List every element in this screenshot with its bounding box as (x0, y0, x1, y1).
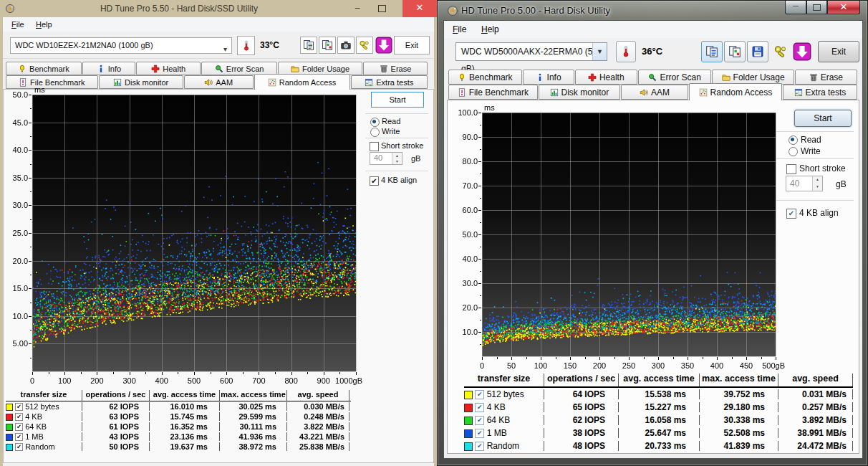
avg-speed-value: 24.472 MB/s (778, 441, 853, 451)
avg-speed-value: 3.822 MB/s (286, 422, 349, 431)
spinner-down-icon[interactable]: ▼ (813, 184, 822, 191)
tab-random-access[interactable]: Random Access (254, 74, 350, 90)
temperature-button[interactable] (237, 36, 255, 55)
menu-file[interactable]: File (9, 17, 27, 32)
temperature-button[interactable] (616, 41, 636, 62)
tab-erase[interactable]: Erase (795, 70, 857, 85)
write-radio[interactable] (370, 128, 380, 137)
separator (776, 200, 854, 201)
avg-access-value: 16.010 ms (149, 402, 219, 411)
short-stroke-checkbox[interactable] (370, 142, 379, 151)
tab-benchmark[interactable]: Benchmark (6, 62, 82, 75)
series-color-swatch (6, 404, 13, 411)
series-checkbox[interactable]: ✔ (475, 442, 484, 451)
series-checkbox[interactable]: ✔ (15, 413, 23, 421)
series-checkbox[interactable]: ✔ (475, 390, 484, 399)
short-stroke-label: Short stroke (799, 163, 846, 173)
thermometer-icon (619, 45, 632, 58)
tab-label: Erase (391, 62, 412, 75)
save-icon (751, 45, 764, 58)
titlebar[interactable]: HD Tune Pro 5.50 - Hard Disk/SSD Utility… (0, 0, 437, 17)
series-checkbox[interactable]: ✔ (15, 403, 23, 411)
drive-selector[interactable]: WDC WD5000AAKX-22ERMA0 (500 gB) ▼ (455, 42, 607, 61)
random-access-chart (450, 92, 786, 371)
tab-info[interactable]: Info (82, 62, 135, 75)
read-label: Read (801, 135, 821, 145)
series-checkbox[interactable]: ✔ (15, 443, 23, 451)
series-color-swatch (464, 391, 473, 399)
copy-image-button[interactable] (319, 37, 336, 54)
menu-file[interactable]: File (450, 21, 469, 38)
start-button[interactable]: Start (794, 110, 852, 127)
tab-extra-tests[interactable]: Extra tests (783, 85, 857, 100)
window-hdtune-550: HD Tune Pro 5.50 - Hard Disk/SSD Utility… (0, 0, 437, 466)
series-checkbox[interactable]: ✔ (475, 403, 484, 412)
short-stroke-checkbox[interactable] (786, 164, 796, 174)
tab-folder-usage[interactable]: Folder Usage (712, 70, 794, 85)
short-stroke-size-spinner[interactable]: 40 ▲▼ (786, 176, 823, 191)
avg-access-value: 16.058 ms (618, 415, 699, 425)
series-checkbox[interactable]: ✔ (475, 429, 484, 438)
spinner-down-icon[interactable]: ▼ (392, 158, 402, 164)
series-checkbox[interactable]: ✔ (475, 416, 484, 425)
stroke-unit-label: gB (411, 154, 420, 163)
spinner-value: 40 (790, 179, 799, 189)
series-checkbox[interactable]: ✔ (15, 423, 23, 431)
close-button[interactable]: ✕ (402, 0, 437, 17)
start-button[interactable]: Start (371, 92, 424, 108)
max-access-value: 30.338 ms (699, 415, 778, 425)
save-button[interactable] (747, 41, 768, 62)
4kb-align-checkbox[interactable] (370, 176, 379, 186)
copy-image-button[interactable] (724, 41, 746, 62)
minimize-button[interactable]: – (347, 0, 368, 17)
close-button[interactable]: ✕ (827, 1, 860, 14)
screenshot-button[interactable] (337, 37, 355, 54)
series-label: 1 MB (25, 432, 44, 441)
col-avg-access: avg. access time (149, 390, 219, 401)
download-icon (793, 42, 811, 61)
tab-info[interactable]: Info (523, 70, 574, 85)
tab-random-access[interactable]: Random Access (689, 83, 782, 100)
tab-health[interactable]: Health (136, 62, 201, 75)
avg-access-value: 16.352 ms (149, 422, 219, 431)
4kb-align-label: 4 KB align (799, 208, 839, 218)
avg-access-value: 23.136 ms (149, 432, 219, 441)
write-radio[interactable] (789, 147, 798, 156)
tab-health[interactable]: Health (575, 70, 637, 85)
extra-tests-icon (365, 78, 373, 87)
series-label: 4 KB (25, 412, 42, 421)
results-table: transfer size operations / sec avg. acce… (6, 390, 351, 452)
tab-label: Folder Usage (733, 71, 785, 84)
spinner-up-icon[interactable]: ▲ (392, 153, 402, 158)
tab-label: Error Scan (226, 62, 264, 75)
menu-help[interactable]: Help (33, 17, 55, 32)
avg-speed-value: 0.257 MB/s (778, 402, 853, 412)
maximize-button[interactable] (371, 0, 392, 17)
health-icon (588, 73, 597, 82)
tab-row-1: Benchmark Info Health Error Scan Folder … (6, 62, 428, 75)
maximize-button[interactable] (806, 1, 827, 14)
minimize-button[interactable]: ─ (785, 1, 806, 14)
exit-button[interactable]: Exit (394, 36, 430, 54)
tab-error-scan[interactable]: Error Scan (638, 70, 712, 85)
options-button[interactable] (356, 37, 373, 54)
save-results-button[interactable] (375, 36, 393, 54)
4kb-align-checkbox[interactable] (786, 209, 796, 219)
tab-erase[interactable]: Erase (363, 62, 428, 75)
tab-label: Random Access (279, 76, 336, 89)
spinner-up-icon[interactable]: ▲ (813, 176, 822, 184)
col-operations: operations / sec (544, 374, 618, 386)
exit-button[interactable]: Exit (818, 41, 859, 62)
options-button[interactable] (770, 41, 791, 62)
read-radio[interactable] (370, 118, 380, 127)
save-results-button[interactable] (791, 41, 813, 62)
tab-benchmark[interactable]: Benchmark (448, 70, 522, 85)
copy-text-button[interactable] (701, 41, 723, 62)
drive-selector[interactable]: WDC WD10EZEX-21M2NA0 (1000 gB) ▾ (10, 37, 232, 54)
copy-text-button[interactable] (300, 37, 317, 54)
menu-help[interactable]: Help (478, 21, 502, 38)
short-stroke-size-spinner[interactable]: 40 ▲▼ (370, 152, 402, 165)
series-checkbox[interactable]: ✔ (15, 433, 23, 441)
titlebar[interactable]: HD Tune Pro 5.00 - Hard Disk Utility ─ ✕ (438, 1, 867, 21)
read-radio[interactable] (789, 135, 798, 145)
